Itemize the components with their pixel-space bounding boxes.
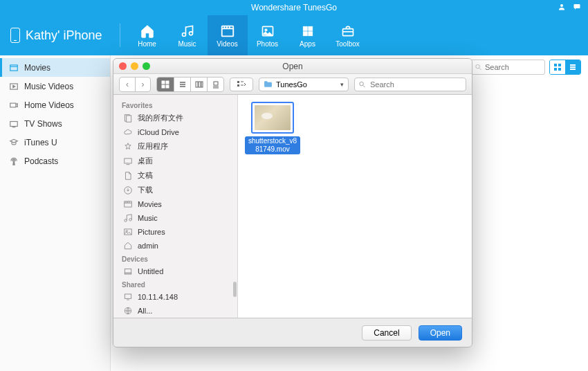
svg-rect-11 (303, 31, 307, 35)
svg-rect-9 (303, 26, 307, 30)
view-list-button[interactable] (565, 60, 580, 74)
main-search-wrap (469, 60, 545, 75)
sidebar-item-label: TV Shows (24, 119, 62, 129)
movies-icon (8, 62, 19, 73)
finder-view-mode (156, 77, 224, 92)
svg-rect-55 (125, 201, 132, 207)
nav-apps[interactable]: Apps (288, 15, 328, 55)
view-icons-button[interactable] (157, 78, 174, 91)
sidebar-item-tv-shows[interactable]: TV Shows (0, 114, 110, 133)
sidebar-item-music-videos[interactable]: Music Videos (0, 77, 110, 96)
fav-admin[interactable]: admin (113, 239, 237, 253)
file-name: shutterstock_v881749.mov (245, 136, 300, 154)
apps-icon (300, 24, 315, 39)
svg-rect-39 (199, 82, 201, 87)
toolbox-icon (340, 24, 356, 39)
group-by-button[interactable] (230, 78, 253, 91)
svg-line-23 (479, 68, 481, 70)
view-toggle (549, 60, 581, 75)
file-item[interactable]: shutterstock_v881749.mov (245, 102, 300, 154)
shared-ip[interactable]: 10.11.4.148 (113, 290, 237, 304)
nav-label: Apps (300, 40, 315, 48)
nav-label: Toolbox (336, 40, 359, 48)
chevron-updown-icon: ▾ (340, 81, 344, 88)
folder-selector[interactable]: TunesGo ▾ (259, 78, 349, 91)
svg-rect-33 (162, 85, 165, 88)
home-videos-icon (8, 100, 19, 110)
file-thumbnail (251, 102, 294, 134)
nav-music[interactable]: Music (167, 15, 208, 55)
view-grid-button[interactable] (550, 60, 565, 74)
dialog-body: Favorites 我的所有文件 iCloud Drive 应用程序 桌面 文稿… (113, 95, 472, 318)
sidebar-item-itunes-u[interactable]: iTunes U (0, 133, 110, 152)
nav-label: Photos (257, 40, 278, 48)
svg-point-22 (476, 64, 480, 69)
fav-desktop[interactable]: 桌面 (113, 154, 237, 168)
fav-applications[interactable]: 应用程序 (113, 139, 237, 154)
file-grid[interactable]: shutterstock_v881749.mov (238, 95, 472, 318)
svg-rect-10 (308, 26, 312, 30)
nav-photos[interactable]: Photos (248, 15, 288, 55)
svg-line-49 (363, 85, 365, 87)
cancel-button[interactable]: Cancel (362, 325, 411, 341)
fav-music[interactable]: Music (113, 211, 237, 225)
forward-button[interactable]: › (135, 78, 150, 91)
podcasts-icon (8, 156, 19, 166)
phone-icon (10, 28, 20, 43)
user-icon[interactable] (558, 3, 566, 13)
svg-rect-26 (554, 68, 557, 71)
sidebar-item-podcasts[interactable]: Podcasts (0, 152, 110, 170)
close-icon[interactable] (119, 62, 127, 70)
svg-rect-34 (166, 85, 169, 88)
category-sidebar: Movies Music Videos Home Videos TV Shows… (0, 55, 111, 371)
sidebar-item-movies[interactable]: Movies (0, 58, 110, 77)
nav-videos[interactable]: Videos (208, 15, 248, 55)
photos-icon (260, 24, 275, 39)
svg-rect-64 (125, 294, 131, 298)
dialog-toolbar: ‹ › TunesGo ▾ (113, 74, 472, 95)
svg-rect-24 (554, 64, 557, 66)
group-shared: Shared (113, 278, 237, 290)
svg-rect-15 (10, 64, 17, 70)
back-button[interactable]: ‹ (120, 78, 135, 91)
feedback-icon[interactable] (573, 3, 581, 13)
open-file-dialog: Open ‹ › TunesGo ▾ Favorites 我的所有文件 (113, 58, 472, 347)
svg-rect-45 (237, 84, 239, 87)
maximize-icon[interactable] (143, 62, 150, 70)
svg-rect-41 (214, 82, 218, 85)
nav-toolbox[interactable]: Toolbox (328, 15, 368, 55)
itunesu-icon (8, 137, 19, 147)
nav-label: Videos (217, 40, 237, 48)
view-columns-button[interactable] (190, 78, 207, 91)
device-selector[interactable]: Kathy' iPhone (10, 28, 102, 43)
dialog-search-input[interactable] (354, 78, 466, 91)
fav-all-my-files[interactable]: 我的所有文件 (113, 111, 237, 125)
group-devices: Devices (113, 253, 237, 264)
view-coverflow-button[interactable] (207, 78, 223, 91)
shared-all[interactable]: All... (113, 304, 237, 318)
device-untitled[interactable]: Untitled (113, 264, 237, 278)
scrollbar-handle[interactable] (233, 282, 237, 297)
svg-rect-31 (162, 81, 165, 84)
svg-rect-63 (125, 273, 131, 274)
svg-rect-40 (201, 82, 203, 87)
app-title: Wondershare TunesGo (251, 3, 337, 12)
fav-movies[interactable]: Movies (113, 197, 237, 211)
traffic-lights (119, 62, 150, 70)
nav-home[interactable]: Home (127, 15, 167, 55)
group-favorites: Favorites (113, 99, 237, 111)
open-button[interactable]: Open (419, 325, 462, 341)
fav-downloads[interactable]: 下载 (113, 183, 237, 197)
view-list-button[interactable] (174, 78, 190, 91)
svg-rect-18 (10, 103, 15, 107)
fav-pictures[interactable]: Pictures (113, 225, 237, 239)
sidebar-item-home-videos[interactable]: Home Videos (0, 96, 110, 114)
svg-point-0 (560, 4, 563, 7)
svg-rect-25 (558, 64, 561, 66)
fav-documents[interactable]: 文稿 (113, 168, 237, 183)
music-videos-icon (8, 81, 19, 91)
svg-rect-38 (196, 82, 198, 87)
fav-icloud[interactable]: iCloud Drive (113, 125, 237, 139)
minimize-icon[interactable] (131, 62, 138, 70)
dialog-sidebar[interactable]: Favorites 我的所有文件 iCloud Drive 应用程序 桌面 文稿… (113, 95, 238, 318)
